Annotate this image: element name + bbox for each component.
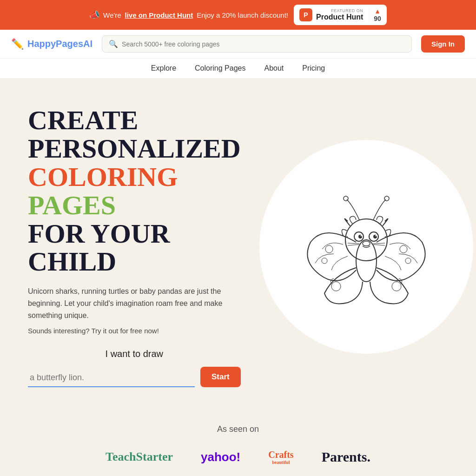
- svg-point-18: [405, 258, 411, 264]
- svg-point-8: [363, 241, 370, 246]
- logo-icon: ✏️: [11, 38, 24, 50]
- draw-label: I want to draw: [28, 349, 241, 359]
- product-hunt-badge[interactable]: P FEATURED ON Product Hunt ▲ 90: [294, 5, 387, 25]
- svg-point-20: [392, 282, 401, 291]
- megaphone-icon: 📣: [89, 10, 99, 20]
- sign-in-button[interactable]: Sign In: [421, 35, 465, 53]
- parents-logo: Parents.: [322, 449, 370, 465]
- nav-coloring-pages[interactable]: Coloring Pages: [195, 64, 245, 73]
- hero-title: Create Personalized Coloring Pages For Y…: [28, 106, 241, 276]
- as-seen-on-section: As seen on TeachStarter yahoo! Craftsbea…: [0, 406, 476, 476]
- brand-logos-row: TeachStarter yahoo! Craftsbeautiful Pare…: [9, 449, 467, 465]
- header: ✏️ HappyPagesAI 🔍 Sign In: [0, 30, 476, 59]
- svg-point-16: [322, 258, 327, 264]
- draw-section: I want to draw Start: [28, 349, 241, 387]
- svg-line-10: [348, 245, 359, 245]
- ph-logo-icon: P: [299, 8, 312, 21]
- nav-explore[interactable]: Explore: [151, 64, 176, 73]
- teachstarter-logo: TeachStarter: [106, 450, 173, 464]
- ph-arrow-icon: ▲: [374, 7, 381, 15]
- as-seen-label: As seen on: [9, 424, 467, 434]
- svg-line-12: [373, 245, 385, 245]
- svg-line-11: [373, 243, 385, 244]
- hero-cta-text: Sounds interesting? Try it out for free …: [28, 327, 241, 335]
- hero-image: [259, 140, 473, 354]
- top-banner: 📣 We're live on Product Hunt Enjoy a 20%…: [0, 0, 476, 30]
- svg-point-6: [360, 235, 362, 237]
- yahoo-logo: yahoo!: [201, 450, 240, 464]
- logo[interactable]: ✏️ HappyPagesAI: [11, 38, 93, 50]
- svg-point-14: [384, 196, 389, 201]
- nav-pricing[interactable]: Pricing: [302, 64, 325, 73]
- svg-point-13: [344, 196, 348, 201]
- ph-badge-info: FEATURED ON Product Hunt: [316, 8, 363, 21]
- banner-suffix: Enjoy a 20% launch discount!: [197, 11, 288, 19]
- logo-text: HappyPagesAI: [27, 39, 93, 49]
- butterfly-circle: [259, 140, 473, 354]
- svg-point-15: [325, 245, 333, 253]
- hero-left: Create Personalized Coloring Pages For Y…: [28, 106, 241, 387]
- ph-score-number: 90: [374, 15, 381, 22]
- start-button[interactable]: Start: [200, 367, 241, 387]
- draw-input[interactable]: [28, 369, 195, 387]
- nav-about[interactable]: About: [264, 64, 284, 73]
- ph-featured-label: FEATURED ON: [331, 8, 363, 13]
- banner-text: 📣 We're live on Product Hunt Enjoy a 20%…: [89, 10, 288, 20]
- svg-line-9: [348, 243, 359, 244]
- draw-input-row: Start: [28, 367, 241, 387]
- crafts-logo: Craftsbeautiful: [268, 450, 293, 465]
- hero-description: Unicorn sharks, running turtles or baby …: [28, 285, 241, 321]
- main-nav: Explore Coloring Pages About Pricing: [0, 59, 476, 79]
- search-icon: 🔍: [109, 40, 118, 48]
- ph-score-badge: ▲ 90: [369, 7, 381, 22]
- svg-point-19: [331, 282, 341, 291]
- search-bar: 🔍: [102, 35, 412, 53]
- svg-point-17: [400, 245, 407, 253]
- ph-name-label: Product Hunt: [316, 13, 363, 21]
- hero-section: Create Personalized Coloring Pages For Y…: [0, 79, 476, 406]
- butterfly-illustration: [287, 168, 445, 326]
- product-hunt-link[interactable]: live on Product Hunt: [125, 11, 193, 19]
- search-input[interactable]: [122, 40, 405, 48]
- svg-point-7: [375, 235, 377, 237]
- banner-prefix: We're: [103, 11, 121, 19]
